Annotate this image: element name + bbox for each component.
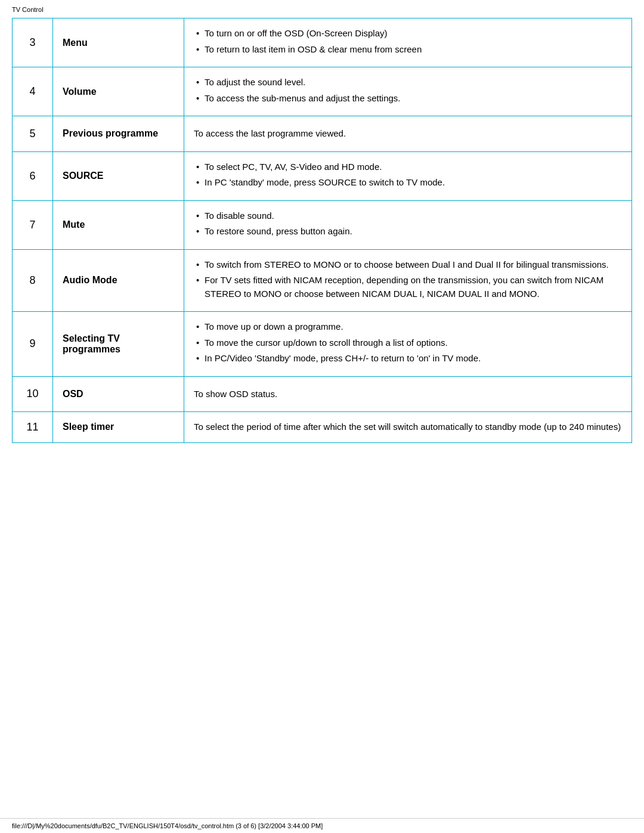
row-label: Selecting TV programmes: [53, 312, 184, 377]
row-number: 8: [13, 249, 53, 312]
footer-bar: file:///D|/My%20documents/dfu/B2C_TV/ENG…: [0, 818, 644, 833]
table-row: 7MuteTo disable sound.To restore sound, …: [13, 200, 632, 249]
bullet-item: To adjust the sound level.: [194, 76, 622, 89]
bullet-item: To disable sound.: [194, 209, 622, 223]
table-row: 10OSDTo show OSD status.: [13, 376, 632, 412]
table-row: 4VolumeTo adjust the sound level.To acce…: [13, 67, 632, 116]
row-label: Sleep timer: [53, 412, 184, 443]
row-number: 11: [13, 412, 53, 443]
bullet-item: To return to last item in OSD & clear me…: [194, 43, 622, 57]
row-label: Audio Mode: [53, 249, 184, 312]
page-wrapper: TV Control 3MenuTo turn on or off the OS…: [0, 0, 644, 467]
table-row: 3MenuTo turn on or off the OSD (On-Scree…: [13, 18, 632, 67]
table-row: 11Sleep timerTo select the period of tim…: [13, 412, 632, 443]
row-label: Menu: [53, 18, 184, 67]
bullet-item: To select PC, TV, AV, S-Video and HD mod…: [194, 160, 622, 174]
row-number: 10: [13, 376, 53, 412]
row-description: To show OSD status.: [184, 376, 632, 412]
app-title: TV Control: [12, 6, 632, 13]
row-number: 5: [13, 116, 53, 152]
row-label: Mute: [53, 200, 184, 249]
bullet-item: To access the sub-menus and adjust the s…: [194, 92, 622, 106]
desc-text: To select the period of time after which…: [194, 420, 622, 434]
row-label: Previous programme: [53, 116, 184, 152]
table-row: 8Audio ModeTo switch from STEREO to MONO…: [13, 249, 632, 312]
row-description: To disable sound.To restore sound, press…: [184, 200, 632, 249]
row-description: To move up or down a programme.To move t…: [184, 312, 632, 377]
bullet-item: To restore sound, press button again.: [194, 225, 622, 239]
row-number: 6: [13, 151, 53, 200]
row-description: To switch from STEREO to MONO or to choo…: [184, 249, 632, 312]
desc-text: To show OSD status.: [194, 388, 622, 401]
bullet-item: For TV sets fitted with NICAM reception,…: [194, 274, 622, 301]
row-description: To adjust the sound level.To access the …: [184, 67, 632, 116]
row-description: To select the period of time after which…: [184, 412, 632, 443]
desc-text: To access the last programme viewed.: [194, 127, 622, 141]
row-description: To access the last programme viewed.: [184, 116, 632, 152]
row-description: To select PC, TV, AV, S-Video and HD mod…: [184, 151, 632, 200]
row-number: 9: [13, 312, 53, 377]
main-table: 3MenuTo turn on or off the OSD (On-Scree…: [12, 18, 632, 443]
footer-path: file:///D|/My%20documents/dfu/B2C_TV/ENG…: [12, 822, 323, 829]
row-number: 4: [13, 67, 53, 116]
bullet-item: To move up or down a programme.: [194, 320, 622, 334]
bullet-item: In PC/Video 'Standby' mode, press CH+/- …: [194, 352, 622, 366]
row-label: OSD: [53, 376, 184, 412]
row-number: 3: [13, 18, 53, 67]
table-row: 6SOURCETo select PC, TV, AV, S-Video and…: [13, 151, 632, 200]
table-row: 9Selecting TV programmesTo move up or do…: [13, 312, 632, 377]
row-description: To turn on or off the OSD (On-Screen Dis…: [184, 18, 632, 67]
row-number: 7: [13, 200, 53, 249]
bullet-item: In PC 'standby' mode, press SOURCE to sw…: [194, 176, 622, 190]
bullet-item: To move the cursor up/down to scroll thr…: [194, 336, 622, 350]
bullet-item: To turn on or off the OSD (On-Screen Dis…: [194, 27, 622, 41]
table-row: 5Previous programmeTo access the last pr…: [13, 116, 632, 152]
row-label: Volume: [53, 67, 184, 116]
row-label: SOURCE: [53, 151, 184, 200]
bullet-item: To switch from STEREO to MONO or to choo…: [194, 258, 622, 272]
